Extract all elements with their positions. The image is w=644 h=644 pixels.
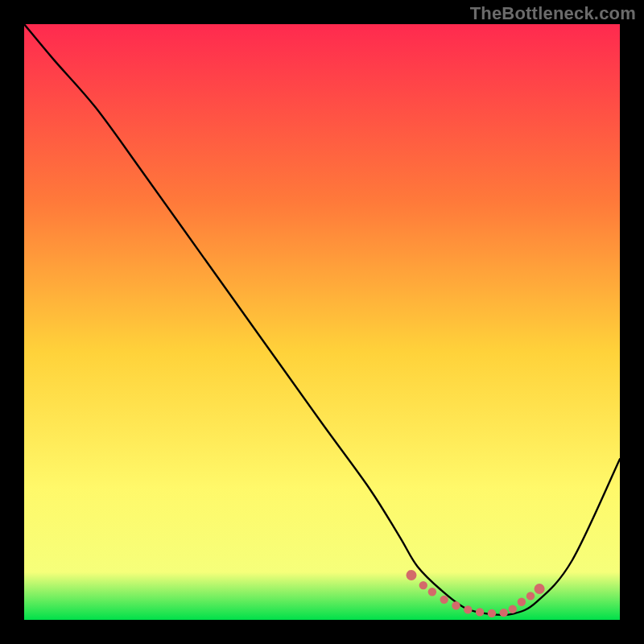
marker-dot (509, 605, 517, 613)
marker-dot (476, 608, 484, 616)
chart-svg (24, 24, 620, 620)
gradient-bg (24, 24, 620, 620)
marker-dot (428, 588, 436, 596)
marker-dot (500, 609, 508, 617)
marker-dot (464, 605, 472, 613)
marker-dot (407, 570, 417, 580)
marker-dot (535, 584, 545, 594)
marker-dot (419, 581, 427, 589)
watermark-text: TheBottleneck.com (470, 3, 636, 24)
marker-dot (452, 601, 460, 609)
marker-dot (440, 596, 448, 604)
marker-dot (518, 598, 526, 606)
marker-dot (526, 592, 535, 600)
plot-area (24, 24, 620, 620)
chart-container: { "watermark": "TheBottleneck.com", "col… (0, 0, 644, 644)
marker-dot (488, 609, 496, 617)
